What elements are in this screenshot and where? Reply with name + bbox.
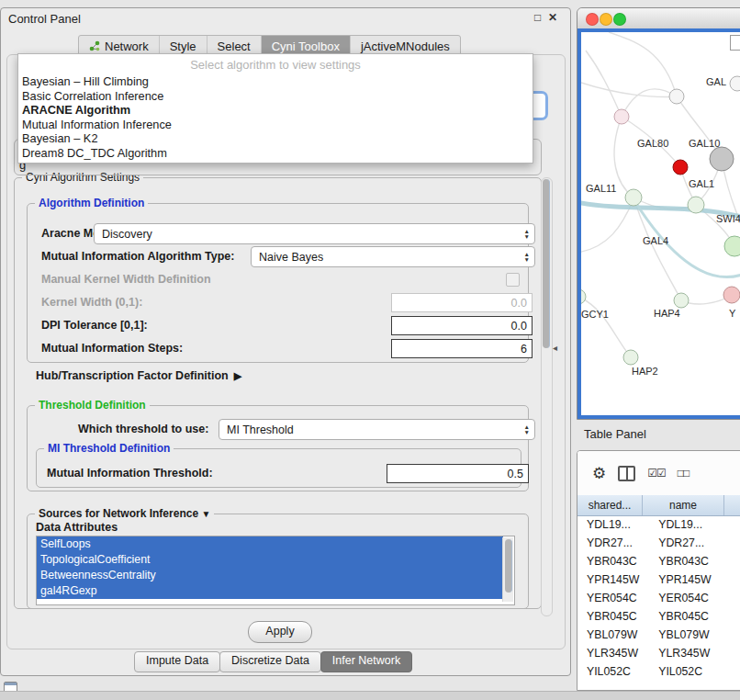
dropdown-placeholder: Select algorithm to view settings — [18, 56, 533, 74]
mi-algorithm-type-select[interactable]: Naive Bayes ▲▼ — [251, 246, 535, 267]
network-canvas[interactable]: GAL GAL80 GAL10 GAL11 GAL1 SWI4 GAL4 GCY… — [581, 32, 740, 415]
network-graph: GAL GAL80 GAL10 GAL11 GAL1 SWI4 GAL4 GCY… — [581, 32, 740, 415]
algorithm-option[interactable]: Bayesian – Hill Climbing — [18, 74, 533, 89]
kernel-width-field[interactable]: 0.0 — [391, 293, 533, 312]
dpi-tolerance-label: DPI Tolerance [0,1]: — [41, 319, 148, 332]
table-row[interactable]: YLR345WYLR345W9. — [577, 644, 740, 662]
disclosure-down-icon: ▼ — [201, 509, 210, 519]
network-node[interactable] — [581, 289, 586, 304]
mi-threshold-field[interactable]: 0.5 — [387, 464, 529, 483]
network-window-titlebar[interactable] — [577, 8, 740, 29]
network-icon — [89, 40, 100, 51]
selected-value: Discovery — [102, 228, 152, 241]
panel-collapse-icon[interactable]: ◂ — [553, 343, 557, 353]
algorithm-option[interactable]: Basic Correlation Inference — [18, 89, 533, 104]
mac-minimize-button[interactable] — [600, 13, 612, 26]
tab-discretize-data[interactable]: Discretize Data — [219, 651, 321, 672]
node-labels: GAL GAL80 GAL10 GAL11 GAL1 SWI4 GAL4 GCY… — [581, 76, 740, 377]
dpi-tolerance-field[interactable]: 0.0 — [391, 316, 533, 335]
aracne-mode-select[interactable]: Discovery ▲▼ — [94, 223, 535, 244]
table-row[interactable]: YDR27...YDR27...12 — [577, 534, 740, 552]
attribute-item[interactable]: SelfLoops — [37, 536, 503, 552]
network-node[interactable] — [669, 89, 684, 104]
network-node[interactable] — [625, 189, 642, 206]
hub-definition-disclosure[interactable]: Hub/Transcription Factor Definition▶ — [36, 369, 241, 382]
network-view-window: GAL GAL80 GAL10 GAL11 GAL1 SWI4 GAL4 GCY… — [577, 7, 740, 420]
column-header-name[interactable]: name — [643, 495, 724, 515]
table-row[interactable]: YBR043CYBR043C — [577, 552, 740, 570]
table-row[interactable]: YBR045CYBR045C9. — [577, 607, 740, 626]
tab-infer-network[interactable]: Infer Network — [320, 651, 412, 672]
table-panel-window: ⚙ ☑☑ □□ shared... name YDL19...YDL19...1… — [577, 450, 740, 691]
group-title: Threshold Definition — [35, 399, 150, 412]
mi-algorithm-type-label: Mutual Information Algorithm Type: — [41, 250, 234, 263]
tab-impute-data[interactable]: Impute Data — [134, 651, 220, 672]
table-row[interactable]: YPR145WYPR145W9. — [577, 570, 740, 589]
screen: Control Panel □ ✕ Network Style Select C… — [0, 0, 740, 700]
apply-button[interactable]: Apply — [248, 621, 312, 643]
node-label: GAL1 — [689, 178, 714, 189]
network-node[interactable] — [614, 109, 629, 124]
table-header: shared... name — [577, 495, 740, 516]
node-label: GAL4 — [643, 235, 668, 246]
attribute-item[interactable]: TopologicalCoefficient — [37, 552, 503, 568]
network-node-selected[interactable] — [673, 160, 688, 175]
network-node[interactable] — [730, 76, 740, 91]
spinner-arrows-icon: ▲▼ — [524, 229, 530, 239]
close-icon[interactable]: ✕ — [548, 11, 557, 24]
settings-scrollbar[interactable] — [541, 177, 553, 616]
group-title: Algorithm Definition — [35, 197, 148, 209]
bottom-status-bar — [0, 691, 740, 700]
node-label: GAL11 — [586, 183, 616, 194]
list-scrollbar[interactable] — [502, 537, 513, 602]
algorithm-option-selected[interactable]: ARACNE Algorithm — [18, 103, 533, 118]
manual-kernel-checkbox[interactable] — [506, 273, 520, 287]
control-panel-title: Control Panel — [8, 12, 81, 26]
control-panel-window: Control Panel □ ✕ Network Style Select C… — [0, 7, 571, 676]
network-overview-box — [730, 35, 740, 51]
network-node[interactable] — [623, 350, 638, 365]
node-label: HAP2 — [632, 366, 658, 377]
algorithm-option[interactable]: Dream8 DC_TDC Algorithm — [18, 146, 533, 161]
clear-checks-icon[interactable]: □□ — [678, 467, 690, 480]
restore-icon[interactable]: □ — [534, 11, 541, 24]
node-label: SWI4 — [716, 213, 740, 224]
algorithm-option[interactable]: Mutual Information Inference — [18, 118, 533, 132]
network-node[interactable] — [674, 293, 689, 308]
node-label: GCY1 — [581, 309, 609, 320]
select-all-checks-icon[interactable]: ☑☑ — [647, 467, 666, 480]
column-header-shared[interactable]: shared... — [577, 495, 643, 515]
columns-icon[interactable] — [618, 466, 635, 481]
which-threshold-select[interactable]: MI Threshold ▲▼ — [219, 419, 535, 440]
kernel-width-label: Kernel Width (0,1): — [41, 296, 142, 309]
scrollbar-thumb[interactable] — [505, 539, 512, 593]
manual-kernel-label: Manual Kernel Width Definition — [41, 273, 211, 286]
column-header-extra[interactable] — [724, 495, 740, 515]
disclosure-right-icon: ▶ — [234, 370, 241, 381]
table-panel-title: Table Panel — [584, 427, 646, 441]
table-row[interactable]: YER054CYER054C8. — [577, 589, 740, 607]
network-node[interactable] — [688, 197, 704, 213]
scrollbar-thumb[interactable] — [543, 179, 550, 348]
table-row[interactable]: YDL19...YDL19...13 — [577, 515, 740, 534]
mac-zoom-button[interactable] — [613, 13, 626, 26]
spinner-arrows-icon: ▲▼ — [524, 424, 530, 435]
mi-steps-field[interactable]: 6 — [391, 339, 533, 358]
node-label: Y — [729, 308, 736, 319]
mac-close-button[interactable] — [586, 13, 599, 26]
algorithm-option[interactable]: Bayesian – K2 — [18, 131, 533, 146]
network-node[interactable] — [710, 147, 734, 171]
node-label: GAL10 — [689, 138, 720, 149]
attribute-list: SelfLoops TopologicalCoefficient Between… — [36, 536, 515, 605]
table-row[interactable]: YBL079WYBL079W — [577, 626, 740, 644]
network-node[interactable] — [724, 236, 740, 256]
sources-disclosure[interactable]: Sources for Network Inference ▼ — [35, 507, 214, 520]
attribute-item[interactable]: gal4RGexp — [37, 583, 503, 599]
group-title: MI Threshold Definition — [44, 442, 174, 455]
network-node[interactable] — [723, 287, 740, 303]
gear-icon[interactable]: ⚙ — [592, 466, 606, 481]
table-row[interactable]: YIL052CYIL052C — [577, 662, 740, 681]
mi-threshold-label: Mutual Information Threshold: — [47, 467, 213, 480]
selected-value: MI Threshold — [227, 423, 294, 436]
attribute-item[interactable]: BetweennessCentrality — [37, 568, 503, 583]
